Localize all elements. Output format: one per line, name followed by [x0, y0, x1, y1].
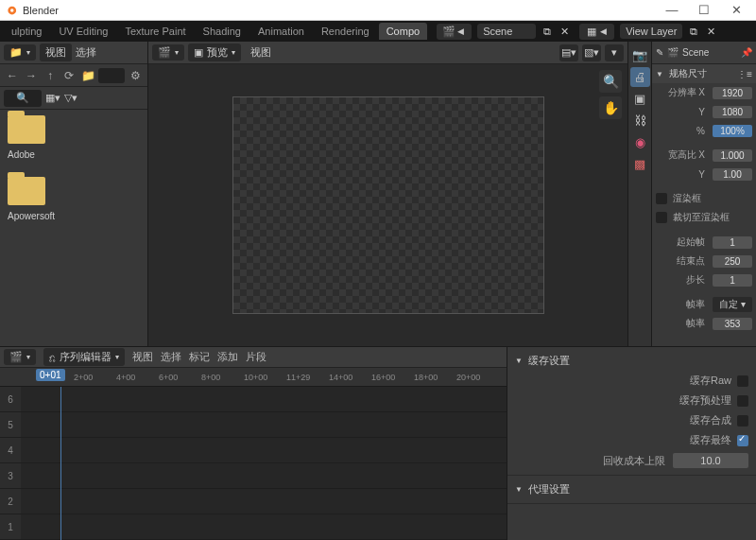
pv-overlay-button[interactable]: ▧▾: [582, 44, 601, 61]
clapper-icon: 🎬: [9, 351, 23, 363]
nav-path-field[interactable]: [98, 68, 125, 83]
search-input[interactable]: 🔍: [4, 90, 42, 107]
track-row[interactable]: [21, 412, 507, 438]
ws-tab-texture[interactable]: Texture Paint: [117, 23, 193, 40]
pv-view-menu[interactable]: 视图: [250, 45, 271, 60]
seq-menu-strip[interactable]: 片段: [246, 350, 266, 364]
fb-select-menu[interactable]: 选择: [76, 45, 96, 60]
fb-display-menu[interactable]: 视图: [40, 44, 72, 61]
start-field[interactable]: 1: [713, 236, 752, 249]
filter-button[interactable]: ▽▾: [64, 92, 77, 104]
track-area[interactable]: [21, 387, 507, 540]
pin-button[interactable]: 📌: [741, 47, 752, 58]
scene-copy-button[interactable]: ⧉: [540, 24, 555, 39]
seq-mode-selector[interactable]: ⎌序列编辑器▾: [43, 348, 125, 366]
ws-tab-rendering[interactable]: Rendering: [314, 23, 377, 40]
proxy-section-header[interactable]: ▼代理设置: [515, 479, 748, 499]
ws-tab-compositing[interactable]: Compo: [379, 23, 427, 40]
cache-raw-checkbox[interactable]: [737, 375, 748, 387]
maximize-button[interactable]: ☐: [688, 0, 720, 21]
fps2-field[interactable]: 353: [713, 318, 752, 330]
pv-editor-type[interactable]: 🎬▾: [152, 44, 184, 61]
close-button[interactable]: ✕: [720, 0, 752, 21]
res-y-label: Y: [656, 107, 709, 117]
viewlayer-delete-button[interactable]: ✕: [703, 24, 718, 39]
border-checkbox[interactable]: [656, 193, 667, 204]
prop-tab-scene[interactable]: ⛓: [630, 111, 650, 131]
nav-refresh-button[interactable]: ⟳: [60, 67, 77, 84]
ws-tab-sculpting[interactable]: ulpting: [4, 23, 49, 40]
seq-menu-marker[interactable]: 标记: [189, 350, 210, 364]
cache-final-checkbox[interactable]: [737, 435, 748, 446]
prop-section-dimensions[interactable]: ▼ 规格尺寸 ⋮≡: [652, 64, 756, 83]
nav-back-button[interactable]: ←: [4, 67, 21, 84]
display-grid-button[interactable]: ▦▾: [45, 92, 60, 104]
seq-tracks[interactable]: 6 5 4 3 2 1: [0, 387, 507, 540]
viewlayer-copy-button[interactable]: ⧉: [686, 24, 701, 39]
playhead-badge[interactable]: 0+01: [36, 369, 65, 381]
cache-limit-label: 回收成本上限: [515, 454, 665, 468]
ws-tab-shading[interactable]: Shading: [196, 23, 249, 40]
cache-preprocess-checkbox[interactable]: [737, 395, 748, 407]
timeline-ruler[interactable]: 0+01 2+00 4+00 6+00 8+00 10+00 11+29 14+…: [0, 368, 507, 387]
ws-tab-uv[interactable]: UV Editing: [51, 23, 115, 40]
track-row[interactable]: [21, 387, 507, 412]
scene-name-field[interactable]: Scene: [477, 24, 536, 39]
folder-item[interactable]: Adobe: [8, 115, 140, 160]
seq-menu-view[interactable]: 视图: [132, 350, 153, 364]
track-row[interactable]: [21, 438, 507, 463]
prop-tab-viewlayer[interactable]: ▣: [630, 89, 650, 109]
nav-up-button[interactable]: ↑: [42, 67, 59, 84]
track-num: 1: [0, 514, 21, 540]
minimize-button[interactable]: —: [656, 0, 688, 21]
cache-limit-field[interactable]: 10.0: [673, 453, 748, 468]
prop-tab-render[interactable]: 📷: [630, 45, 650, 65]
pv-gizmo-button[interactable]: ▾: [605, 44, 624, 61]
prop-tab-output[interactable]: 🖨: [630, 67, 650, 87]
track-row[interactable]: [21, 514, 507, 540]
zoom-tool[interactable]: 🔍: [599, 70, 622, 93]
aspect-x-field[interactable]: 1.000: [713, 149, 752, 162]
nav-settings-button[interactable]: ⚙: [127, 67, 144, 84]
fps-selector[interactable]: 自定 ▾: [713, 297, 752, 312]
viewlayer-selector[interactable]: ▦ ◀: [579, 24, 614, 40]
cache-section-header[interactable]: ▼缓存设置: [515, 351, 748, 371]
scene-selector[interactable]: 🎬 ◀: [437, 24, 472, 40]
seq-editor-type[interactable]: 🎬▾: [4, 349, 36, 365]
res-pct-field[interactable]: 100%: [713, 125, 752, 137]
nav-fwd-button[interactable]: →: [23, 67, 40, 84]
tick: 6+00: [159, 373, 201, 382]
track-row[interactable]: [21, 463, 507, 489]
track-row[interactable]: [21, 489, 507, 514]
pv-canvas[interactable]: 🔍 ✋: [148, 64, 627, 346]
tick: 16+00: [371, 373, 414, 382]
playhead-line[interactable]: [60, 387, 61, 540]
clapper-icon: 🎬: [158, 46, 171, 59]
step-field[interactable]: 1: [713, 274, 752, 287]
pv-mode-selector[interactable]: ▣预览▾: [188, 44, 241, 61]
scene-delete-button[interactable]: ✕: [557, 24, 572, 39]
crop-checkbox[interactable]: [656, 212, 667, 223]
pv-channels-button[interactable]: ▤▾: [559, 44, 578, 61]
pin-icon[interactable]: ✎: [656, 47, 663, 58]
seq-menu-add[interactable]: 添加: [217, 350, 238, 364]
nav-newdir-button[interactable]: 📁: [79, 67, 96, 84]
seq-menu-select[interactable]: 选择: [161, 350, 181, 364]
end-field[interactable]: 250: [713, 255, 752, 268]
folder-item[interactable]: Apowersoft: [8, 177, 140, 221]
menu-icon[interactable]: ⋮≡: [737, 69, 752, 79]
ws-tab-animation[interactable]: Animation: [250, 23, 312, 40]
viewlayer-name-field[interactable]: View Layer: [620, 24, 682, 39]
res-x-field[interactable]: 1920: [713, 87, 752, 99]
hand-icon: ✋: [603, 100, 619, 115]
prop-tab-world[interactable]: ◉: [630, 132, 650, 152]
res-y-field[interactable]: 1080: [713, 106, 752, 118]
prop-tab-texture[interactable]: ▩: [630, 154, 650, 174]
properties-panel: ✎ 🎬 Scene 📌 ▼ 规格尺寸 ⋮≡ 分辨率 X1920 Y1080 %1…: [652, 42, 756, 346]
aspect-y-field[interactable]: 1.00: [713, 168, 752, 181]
window-title: Blender: [23, 5, 656, 16]
cache-composite-checkbox[interactable]: [737, 415, 748, 427]
fb-editor-type[interactable]: 📁▾: [4, 44, 36, 61]
cache-limit-row: 回收成本上限 10.0: [515, 450, 748, 471]
pan-tool[interactable]: ✋: [599, 96, 622, 119]
